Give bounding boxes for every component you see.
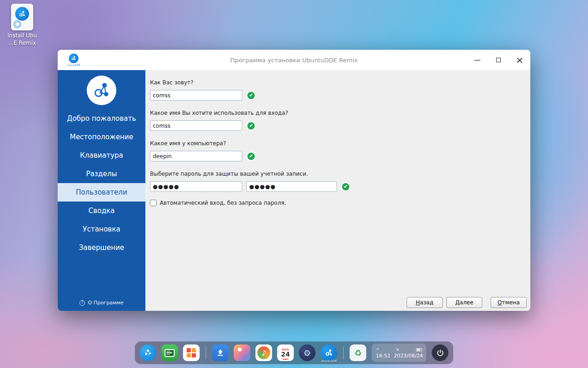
minimize-button[interactable]: — [467, 50, 488, 70]
password-confirm-input[interactable] [246, 181, 337, 192]
power-icon [436, 349, 444, 357]
desktop-install-shortcut[interactable]: Install Ubu ...E Remix [5, 4, 40, 47]
recycle-icon: ♻ [354, 348, 361, 358]
hostname-label: Какое имя у компьютера? [150, 140, 530, 147]
chevron-up-icon[interactable]: ^ [376, 348, 380, 352]
close-button[interactable]: × [509, 50, 530, 70]
app-store-icon[interactable] [183, 344, 200, 361]
login-input[interactable] [150, 120, 242, 131]
ubuntudde-dock-label: ubuntuDDE [321, 359, 336, 362]
about-icon: ? [79, 300, 85, 306]
dock: ♪ AUG 24 ⚙ ubuntuDDE ♻ [135, 341, 454, 364]
name-valid-check-icon: ✔ [246, 91, 256, 100]
trash-icon[interactable]: ♻ [350, 344, 366, 361]
battery-icon [416, 348, 422, 351]
calendar-day: 24 [281, 351, 290, 358]
back-button[interactable]: Назад [407, 297, 443, 308]
login-valid-check-icon: ✔ [246, 121, 256, 131]
dock-separator [206, 347, 206, 359]
installer-logo-icon [87, 76, 116, 105]
sidebar-item-location[interactable]: Местоположение [58, 128, 145, 146]
autologin-checkbox[interactable] [150, 200, 156, 206]
gear-icon: ⚙ [303, 348, 311, 358]
ubuntudde-logo-icon [69, 53, 78, 63]
sidebar-item-welcome[interactable]: Добро пожаловать [58, 109, 145, 128]
autologin-label: Автоматический вход, без запроса пароля. [160, 200, 286, 206]
installer-sidebar: Добро пожаловать Местоположение Клавиату… [58, 70, 145, 311]
installer-window: ubuntuDDE Программа установки UbuntuDDE … [58, 50, 530, 311]
launcher-icon[interactable] [140, 344, 156, 361]
maximize-button[interactable] [488, 50, 509, 70]
image-viewer-icon[interactable] [234, 344, 251, 361]
hostname-valid-check-icon: ✔ [246, 152, 256, 161]
sidebar-item-finish[interactable]: Завершение [58, 238, 145, 257]
name-input[interactable] [150, 90, 242, 101]
next-button[interactable]: Далее [446, 297, 482, 308]
calendar-icon[interactable]: AUG 24 [277, 344, 294, 361]
password-valid-check-icon: ✔ [341, 182, 350, 191]
about-button[interactable]: ? О Программе [58, 300, 145, 306]
sidebar-item-keyboard[interactable]: Клавиатура [58, 146, 145, 165]
login-label: Какое имя Вы хотите использовать для вхо… [150, 110, 530, 116]
control-center-icon[interactable]: ⚙ [299, 344, 316, 361]
sidebar-item-summary[interactable]: Сводка [58, 202, 145, 220]
app-logo-label: ubuntuDDE [67, 64, 80, 66]
sidebar-item-install[interactable]: Установка [58, 220, 145, 238]
sidebar-item-users[interactable]: Пользователи [58, 183, 145, 202]
titlebar[interactable]: ubuntuDDE Программа установки UbuntuDDE … [58, 50, 530, 70]
installer-cd-icon [11, 4, 33, 30]
terminal-icon[interactable] [162, 344, 178, 361]
music-note-icon: ♪ [261, 349, 266, 357]
shortcut-label-line2: ...E Remix [5, 40, 40, 47]
users-form: Как Вас зовут? ✔ Какое имя Вы хотите исп… [145, 70, 530, 311]
shortcut-label-line1: Install Ubu [5, 32, 40, 40]
hostname-input[interactable] [150, 151, 242, 161]
app-logo: ubuntuDDE [67, 53, 80, 66]
pen-icon[interactable]: ✎ [396, 348, 400, 352]
cancel-button[interactable]: Отмена [491, 297, 527, 308]
password-input[interactable] [150, 181, 242, 192]
music-icon[interactable]: ♪ [256, 344, 272, 361]
system-tray[interactable]: ^ ✎ 16:51 2023/08/24 [372, 344, 426, 362]
ubuntudde-dock-icon[interactable]: ubuntuDDE [321, 344, 337, 361]
clock-date: 2023/08/24 [394, 353, 423, 359]
maximize-icon [496, 58, 501, 62]
name-label: Как Вас зовут? [150, 79, 530, 86]
dock-separator [343, 347, 344, 359]
desktop: Install Ubu ...E Remix ubuntuDDE Програм… [0, 0, 588, 368]
software-installer-icon[interactable] [212, 344, 229, 361]
about-label: О Программе [88, 300, 123, 306]
window-title: Программа установки UbuntuDDE Remix [58, 57, 530, 64]
password-label: Выберите пароль для защиты вашей учетной… [150, 171, 530, 177]
power-button[interactable] [432, 344, 449, 361]
sidebar-item-partitions[interactable]: Разделы [58, 165, 145, 183]
clock-time: 16:51 [376, 353, 391, 359]
